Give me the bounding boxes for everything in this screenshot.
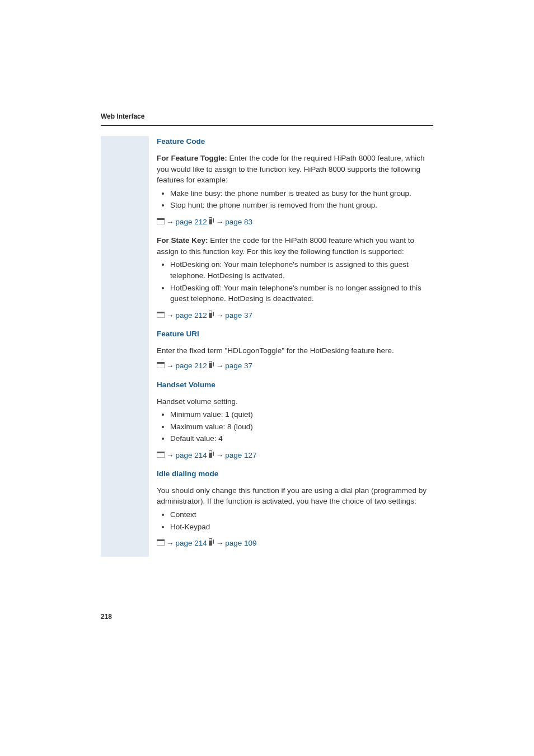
- svg-rect-14: [213, 362, 214, 367]
- idle-dialing-text: You should only change this function if …: [157, 485, 433, 507]
- web-icon: [157, 360, 165, 372]
- arrow-icon: →: [216, 360, 224, 372]
- page-number: 218: [101, 612, 112, 622]
- handset-volume-list: Minimum value: 1 (quiet) Maximum value: …: [157, 409, 433, 444]
- state-key-list: HotDesking on: Your main telephone's num…: [157, 259, 433, 304]
- svg-rect-16: [157, 452, 165, 453]
- list-item: HotDesking on: Your main telephone's num…: [170, 259, 433, 281]
- svg-rect-11: [157, 362, 165, 364]
- page-link[interactable]: page 109: [225, 538, 256, 549]
- web-icon: [157, 450, 165, 461]
- feature-code-state-intro: For State Key: Enter the code for the Hi…: [157, 235, 433, 257]
- ref-line: → page 214 → page 127: [157, 450, 433, 461]
- idle-dialing-list: Context Hot-Keypad: [157, 509, 433, 532]
- web-icon: [157, 217, 165, 228]
- page-link[interactable]: page 214: [176, 450, 207, 461]
- list-item: HotDesking off: Your main telephone's nu…: [170, 283, 433, 304]
- feature-toggle-list: Make line busy: the phone number is trea…: [157, 188, 433, 211]
- content-row: Feature Code For Feature Toggle: Enter t…: [101, 136, 433, 556]
- svg-rect-24: [213, 539, 214, 544]
- phone-icon: [209, 310, 214, 321]
- web-icon: [157, 310, 165, 321]
- handset-volume-text: Handset volume setting.: [157, 396, 433, 407]
- phone-icon: [209, 450, 214, 461]
- svg-rect-13: [209, 361, 212, 363]
- arrow-icon: →: [166, 450, 174, 461]
- arrow-icon: →: [166, 360, 174, 372]
- section-title-idle-dialing: Idle dialing mode: [157, 468, 433, 480]
- feature-uri-text: Enter the fixed term "HDLogonToggle" for…: [157, 345, 433, 356]
- main-content: Feature Code For Feature Toggle: Enter t…: [149, 136, 433, 556]
- page-link[interactable]: page 214: [176, 538, 207, 549]
- page-link[interactable]: page 212: [176, 217, 207, 228]
- svg-rect-9: [213, 312, 214, 316]
- list-item: Stop hunt: the phone number is removed f…: [170, 200, 433, 211]
- svg-rect-1: [157, 218, 165, 220]
- arrow-icon: →: [216, 310, 224, 321]
- arrow-icon: →: [216, 538, 224, 549]
- page-link[interactable]: page 127: [225, 450, 256, 461]
- phone-icon: [209, 217, 214, 228]
- ref-line: → page 214 → page 109: [157, 538, 433, 549]
- section-title-feature-code: Feature Code: [157, 136, 433, 147]
- svg-rect-6: [157, 312, 165, 313]
- svg-rect-8: [209, 311, 212, 313]
- svg-rect-23: [209, 539, 212, 541]
- page-link[interactable]: page 37: [225, 310, 252, 321]
- state-key-label: For State Key:: [157, 236, 210, 245]
- page-link[interactable]: page 212: [176, 310, 207, 321]
- svg-rect-4: [213, 218, 214, 223]
- list-item: Maximum value: 8 (loud): [170, 421, 433, 433]
- svg-rect-21: [157, 539, 165, 541]
- phone-icon: [209, 538, 214, 549]
- arrow-icon: →: [216, 217, 224, 228]
- left-gutter: [101, 136, 149, 556]
- svg-rect-19: [213, 452, 214, 456]
- feature-code-toggle-intro: For Feature Toggle: Enter the code for t…: [157, 153, 433, 186]
- list-item: Hot-Keypad: [170, 522, 433, 533]
- list-item: Minimum value: 1 (quiet): [170, 409, 433, 420]
- feature-toggle-label: For Feature Toggle:: [157, 154, 229, 162]
- page-link[interactable]: page 83: [225, 217, 252, 228]
- arrow-icon: →: [166, 217, 174, 228]
- ref-line: → page 212 → page 37: [157, 360, 433, 372]
- ref-line: → page 212 → page 37: [157, 310, 433, 321]
- list-item: Default value: 4: [170, 433, 433, 444]
- phone-icon: [209, 360, 214, 372]
- list-item: Make line busy: the phone number is trea…: [170, 188, 433, 199]
- svg-rect-3: [209, 218, 212, 219]
- page-link[interactable]: page 37: [225, 360, 252, 372]
- ref-line: → page 212 → page 83: [157, 217, 433, 228]
- web-icon: [157, 538, 165, 549]
- page-link[interactable]: page 212: [176, 360, 207, 372]
- section-title-feature-uri: Feature URI: [157, 328, 433, 340]
- arrow-icon: →: [166, 310, 174, 321]
- arrow-icon: →: [166, 538, 174, 549]
- page-header: Web Interface: [101, 112, 433, 121]
- section-title-handset-volume: Handset Volume: [157, 379, 433, 391]
- arrow-icon: →: [216, 450, 224, 461]
- list-item: Context: [170, 509, 433, 520]
- svg-rect-18: [209, 451, 212, 453]
- header-divider: [101, 125, 433, 126]
